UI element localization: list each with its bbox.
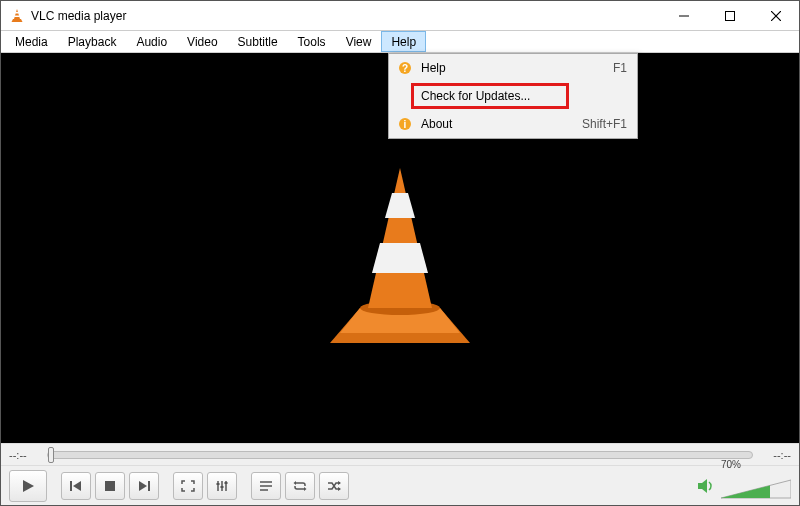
minimize-button[interactable] [661,1,707,31]
stop-icon [104,480,116,492]
time-elapsed: --:-- [9,449,39,461]
svg-marker-22 [139,481,147,491]
svg-rect-19 [70,481,72,491]
svg-text:i: i [404,119,407,130]
seekbar-row: --:-- --:-- [1,443,799,465]
menu-item-label: Check for Updates... [421,89,627,103]
seek-handle[interactable] [48,447,54,463]
info-icon: i [395,117,415,131]
window-controls [661,1,799,31]
svg-marker-18 [23,480,34,492]
skip-forward-icon [137,480,151,492]
stop-button[interactable] [95,472,125,500]
svg-rect-21 [105,481,115,491]
svg-marker-13 [372,243,428,273]
video-area: ?HelpF1Check for Updates...iAboutShift+F… [1,53,799,443]
next-button[interactable] [129,472,159,500]
titlebar: VLC media player [1,1,799,31]
menu-view[interactable]: View [336,31,382,52]
sliders-icon [215,480,229,492]
skip-back-icon [69,480,83,492]
menu-item-shortcut: Shift+F1 [582,117,627,131]
speaker-icon[interactable] [697,478,715,494]
menu-item-label: Help [421,61,613,75]
help-menu-dropdown: ?HelpF1Check for Updates...iAboutShift+F… [388,53,638,139]
loop-button[interactable] [285,472,315,500]
controls-row: 70% [1,465,799,505]
svg-text:?: ? [402,63,408,74]
vlc-logo-icon [9,8,25,24]
svg-rect-27 [221,486,224,488]
menu-video[interactable]: Video [177,31,227,52]
menu-playback[interactable]: Playback [58,31,127,52]
seek-slider[interactable] [47,451,753,459]
menu-item-label: About [421,117,582,131]
svg-rect-29 [225,482,228,484]
play-icon [21,479,35,493]
menu-item-check-for-updates[interactable]: Check for Updates... [389,82,637,110]
question-icon: ? [395,61,415,75]
menu-item-shortcut: F1 [613,61,627,75]
window-title: VLC media player [31,9,661,23]
menu-subtitle[interactable]: Subtitle [228,31,288,52]
svg-marker-34 [304,487,307,491]
volume-percent: 70% [721,459,791,470]
maximize-button[interactable] [707,1,753,31]
menu-media[interactable]: Media [5,31,58,52]
svg-marker-20 [73,481,81,491]
loop-icon [293,480,307,492]
svg-marker-37 [698,479,707,493]
svg-marker-12 [385,193,415,218]
svg-rect-1 [15,12,19,14]
svg-marker-11 [368,168,432,308]
play-button[interactable] [9,470,47,502]
svg-marker-36 [338,487,341,491]
svg-rect-5 [726,11,735,20]
svg-marker-0 [14,9,20,19]
menu-item-about[interactable]: iAboutShift+F1 [389,110,637,138]
vlc-cone-icon [320,158,480,358]
svg-marker-33 [294,481,297,485]
close-button[interactable] [753,1,799,31]
menu-help[interactable]: Help [381,31,426,52]
svg-marker-3 [12,19,23,22]
svg-marker-35 [338,481,341,485]
menu-item-help[interactable]: ?HelpF1 [389,54,637,82]
fullscreen-icon [181,480,195,492]
volume-block: 70% [697,467,791,504]
playlist-button[interactable] [251,472,281,500]
fullscreen-button[interactable] [173,472,203,500]
svg-rect-2 [14,15,20,17]
vlc-window: VLC media player MediaPlaybackAudioVideo… [0,0,800,506]
extended-settings-button[interactable] [207,472,237,500]
shuffle-icon [327,480,341,492]
shuffle-button[interactable] [319,472,349,500]
playlist-icon [259,480,273,492]
svg-rect-23 [148,481,150,491]
menu-tools[interactable]: Tools [288,31,336,52]
menu-audio[interactable]: Audio [126,31,177,52]
previous-button[interactable] [61,472,91,500]
svg-rect-25 [217,483,220,485]
volume-slider[interactable] [721,478,791,500]
menubar: MediaPlaybackAudioVideoSubtitleToolsView… [1,31,799,53]
